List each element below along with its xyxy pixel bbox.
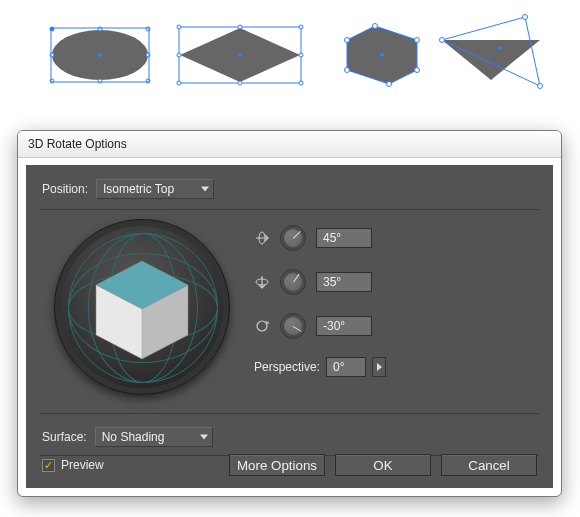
svg-point-32 (440, 38, 445, 43)
svg-point-16 (299, 81, 303, 85)
divider (40, 209, 539, 210)
svg-point-21 (238, 53, 242, 57)
perspective-input[interactable]: 0° (326, 357, 366, 377)
x-axis-icon (254, 230, 270, 246)
svg-point-9 (98, 53, 102, 57)
chevron-down-icon (201, 187, 209, 192)
canvas-shapes (0, 0, 580, 130)
svg-point-27 (387, 82, 392, 87)
svg-point-14 (299, 25, 303, 29)
svg-point-13 (177, 25, 181, 29)
z-axis-input[interactable]: -30° (316, 316, 372, 336)
ok-button[interactable]: OK (335, 454, 431, 476)
svg-marker-30 (442, 40, 540, 80)
more-options-button[interactable]: More Options (229, 454, 325, 476)
surface-dropdown[interactable]: No Shading (95, 427, 213, 447)
z-axis-knob[interactable] (280, 313, 306, 339)
position-value: Isometric Top (103, 182, 174, 196)
svg-point-19 (177, 53, 181, 57)
dialog-titlebar[interactable]: 3D Rotate Options (18, 131, 561, 158)
footer-row: Preview More Options OK Cancel (42, 454, 537, 476)
y-axis-icon (254, 274, 270, 290)
dialog-title: 3D Rotate Options (28, 137, 127, 151)
svg-point-44 (257, 321, 267, 331)
perspective-row: Perspective: 0° (254, 357, 386, 377)
y-axis-row: 35° (254, 269, 386, 295)
dialog-3d-rotate-options: 3D Rotate Options Position: Isometric To… (17, 130, 562, 497)
canvas-area (0, 0, 580, 120)
svg-point-25 (415, 38, 420, 43)
svg-point-34 (538, 84, 543, 89)
x-axis-knob[interactable] (280, 225, 306, 251)
position-dropdown[interactable]: Isometric Top (96, 179, 214, 199)
svg-point-28 (345, 68, 350, 73)
dialog-panel: Position: Isometric Top (26, 165, 553, 488)
cancel-button[interactable]: Cancel (441, 454, 537, 476)
perspective-step-button[interactable] (372, 357, 386, 377)
preview-label: Preview (61, 458, 104, 472)
x-axis-input[interactable]: 45° (316, 228, 372, 248)
shape-ellipse[interactable] (50, 27, 150, 83)
preview-checkbox[interactable]: Preview (42, 458, 104, 472)
svg-point-29 (380, 53, 384, 57)
svg-point-20 (299, 53, 303, 57)
perspective-label: Perspective: (254, 360, 320, 374)
cube-icon (82, 247, 202, 367)
svg-point-15 (177, 81, 181, 85)
shape-triangle[interactable] (440, 15, 543, 89)
svg-point-23 (345, 38, 350, 43)
shape-rhombus[interactable] (177, 25, 303, 85)
position-label: Position: (42, 182, 88, 196)
surface-row: Surface: No Shading (42, 427, 213, 447)
y-axis-input[interactable]: 35° (316, 272, 372, 292)
chevron-down-icon (200, 435, 208, 440)
svg-point-26 (415, 68, 420, 73)
x-axis-row: 45° (254, 225, 386, 251)
svg-point-35 (498, 46, 502, 50)
surface-label: Surface: (42, 430, 87, 444)
svg-point-17 (238, 25, 242, 29)
z-axis-icon (254, 318, 270, 334)
svg-point-24 (373, 24, 378, 29)
surface-value: No Shading (102, 430, 165, 444)
svg-point-33 (523, 15, 528, 20)
z-axis-row: -30° (254, 313, 386, 339)
y-axis-knob[interactable] (280, 269, 306, 295)
position-row: Position: Isometric Top (26, 165, 553, 209)
shape-hexagon[interactable] (345, 24, 420, 87)
divider (40, 413, 539, 414)
rotation-preview[interactable] (54, 219, 230, 395)
svg-point-18 (238, 81, 242, 85)
checkbox-icon (42, 459, 55, 472)
rotation-controls: 45° 35° -30° Perspective: 0° (254, 225, 386, 395)
